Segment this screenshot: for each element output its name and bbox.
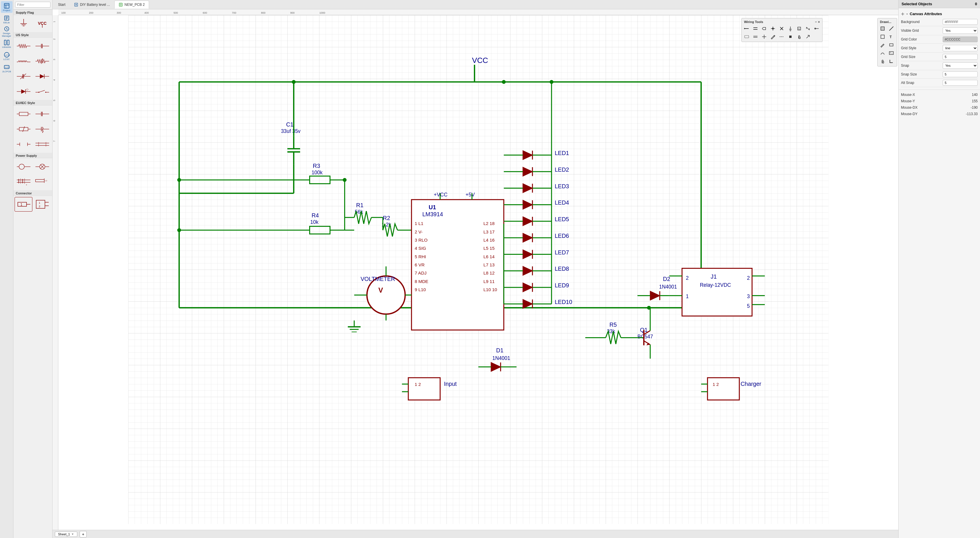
libraries-tool[interactable]: Libraries <box>1 38 13 49</box>
svg-rect-268 <box>708 378 740 400</box>
svg-text:2: 2 <box>747 275 750 281</box>
us-style-grid <box>13 38 52 100</box>
resistor-variable[interactable] <box>33 54 51 68</box>
dt-l-shape[interactable] <box>888 57 895 65</box>
design-manager-tool[interactable]: Design Manager <box>1 25 13 37</box>
wt-net-label[interactable] <box>760 25 768 32</box>
svg-text:LED7: LED7 <box>555 249 569 256</box>
tab-diy-battery-label: DIY Battery level ... <box>80 3 110 7</box>
mouse-x-label: Mouse-X <box>901 93 915 97</box>
vcc-component[interactable]: VCC <box>33 16 51 31</box>
wt-junction[interactable] <box>769 25 777 32</box>
attr-grid-style-select[interactable]: line dot <box>943 45 978 51</box>
attr-snap-select[interactable]: Yes No <box>943 62 978 69</box>
dt-rect-filled[interactable] <box>879 25 886 32</box>
canvas-container[interactable]: 100 200 300 400 500 600 700 800 900 1000… <box>52 10 898 530</box>
wt-cross[interactable] <box>760 33 768 41</box>
wt-group[interactable] <box>743 33 751 41</box>
supply-flag-section: Supply Flag <box>13 10 52 15</box>
connector-multi[interactable]: 1 2 <box>33 175 51 189</box>
svg-rect-290 <box>745 36 749 38</box>
schematic-canvas[interactable]: VCC C1 33uf 35v <box>58 15 898 524</box>
led-component[interactable] <box>14 84 33 99</box>
dt-pen[interactable] <box>879 41 886 49</box>
resistor-eu[interactable] <box>14 107 33 121</box>
dt-rect-outline[interactable] <box>879 33 886 41</box>
attr-visible-grid-select[interactable]: Yes No <box>943 27 978 34</box>
wt-power-port[interactable] <box>787 25 794 32</box>
tab-start[interactable]: Start <box>54 1 70 9</box>
dt-line-diag[interactable] <box>888 25 895 32</box>
wt-wire[interactable] <box>743 25 751 32</box>
canvas-attributes-title: Canvas Attributes <box>901 11 978 18</box>
ruler-top: 100 200 300 400 500 600 700 800 900 1000 <box>58 10 898 15</box>
capacitor-eu[interactable] <box>33 107 51 121</box>
wt-pin[interactable] <box>813 25 821 32</box>
mouse-dy-label: Mouse-DY <box>901 112 918 116</box>
eelib-tool[interactable]: EELib <box>1 13 13 25</box>
project-tool[interactable]: Project <box>1 1 13 13</box>
conn1[interactable]: 1 <box>14 197 32 211</box>
attr-grid-color-input[interactable] <box>943 37 978 42</box>
svg-point-276 <box>343 178 347 182</box>
capacitor-variable[interactable] <box>14 69 33 84</box>
battery-multi[interactable]: 2 <box>14 175 33 189</box>
gnd-component[interactable] <box>14 16 33 31</box>
switch-component[interactable] <box>33 84 51 99</box>
jlcpcb-tool[interactable]: JLCPCB JLCPCB <box>1 62 13 74</box>
dt-img[interactable] <box>888 49 895 57</box>
diode-component[interactable] <box>33 69 51 84</box>
wt-bus-entry[interactable] <box>804 25 812 32</box>
drawing-tools-panel: Drawi... T <box>877 18 897 67</box>
wt-hand[interactable] <box>795 33 803 41</box>
drawing-tools-title: Drawi... <box>880 20 891 24</box>
inductor-us[interactable] <box>14 54 33 68</box>
capacitor-us[interactable] <box>33 39 51 53</box>
lamp-component[interactable] <box>33 159 51 174</box>
attr-grid-style-row: Grid Style line dot <box>901 44 978 53</box>
tab-diy-battery[interactable]: DIY Battery level ... <box>70 1 115 9</box>
wt-net-flag[interactable]: N <box>795 25 803 32</box>
fuse-eu[interactable] <box>14 137 33 152</box>
wt-pad[interactable] <box>787 33 794 41</box>
svg-text:R1: R1 <box>356 202 363 208</box>
canvas-attr-collapse-icon[interactable] <box>905 13 908 16</box>
wt-bus[interactable] <box>752 25 759 32</box>
conn2[interactable]: 1 2 <box>33 197 51 211</box>
dt-text[interactable]: T <box>888 33 895 41</box>
battery-component[interactable] <box>14 159 33 174</box>
attr-grid-size-input[interactable] <box>943 54 978 60</box>
attr-snap-size-input[interactable] <box>943 71 978 77</box>
wt-dotted[interactable] <box>778 33 786 41</box>
svg-text:Input: Input <box>444 381 457 387</box>
svg-point-273 <box>177 178 181 182</box>
capacitor-eu-var[interactable] <box>33 122 51 136</box>
connector-eu[interactable] <box>33 137 51 152</box>
resistor-us[interactable] <box>14 39 33 53</box>
attr-background-input[interactable] <box>943 19 978 25</box>
resistor-eu-var[interactable] <box>14 122 33 136</box>
wiring-tools-header: Wiring Tools − × <box>743 19 821 25</box>
dt-rect2[interactable] <box>888 41 895 49</box>
wt-pencil[interactable] <box>769 33 777 41</box>
sheet-tab[interactable]: Sheet_1 <box>55 532 77 537</box>
dt-hand[interactable] <box>879 57 886 65</box>
dt-arc[interactable] <box>879 49 886 57</box>
wt-arrow[interactable] <box>804 33 812 41</box>
connector-section: Connector <box>13 190 52 196</box>
wiring-tools-close[interactable]: × <box>818 20 820 24</box>
add-sheet-button[interactable]: + <box>80 531 87 537</box>
svg-text:5  RHI: 5 RHI <box>415 254 426 259</box>
attr-alt-snap-input[interactable] <box>943 80 978 86</box>
schematic-tab-icon <box>74 3 78 7</box>
svg-text:LED1: LED1 <box>555 150 569 156</box>
wt-bus2[interactable] <box>752 33 759 41</box>
tab-new-pcb2[interactable]: NEW_PCB 2 <box>115 1 149 9</box>
svg-text:JLCPCB: JLCPCB <box>5 66 10 68</box>
mouse-dy-value: -113.33 <box>966 112 978 116</box>
wiring-tools-minimize[interactable]: − <box>815 20 817 24</box>
lcsc-tool[interactable]: LCSC LCSC <box>1 50 13 62</box>
wt-no-connect[interactable] <box>778 25 786 32</box>
svg-text:1N4001: 1N4001 <box>492 355 510 361</box>
filter-input[interactable] <box>15 2 51 8</box>
